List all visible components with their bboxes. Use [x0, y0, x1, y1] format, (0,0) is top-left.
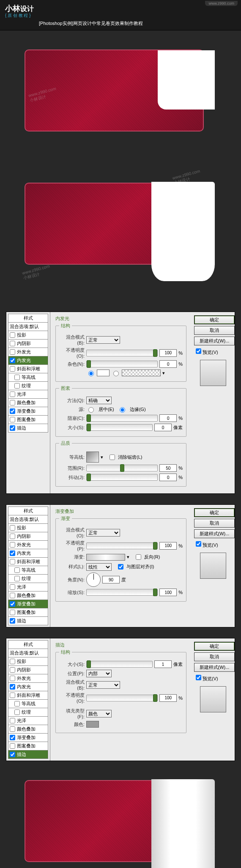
checkbox[interactable] [10, 366, 15, 372]
inner-glow[interactable]: 内发光 [8, 356, 48, 365]
anti-alias-checkbox[interactable] [110, 455, 115, 460]
dropdown-icon[interactable]: ▾ [101, 455, 103, 460]
checkbox[interactable] [10, 332, 15, 338]
inner-shadow[interactable]: 内阴影 [8, 340, 48, 348]
checkbox[interactable] [10, 743, 15, 749]
gradient-picker[interactable] [122, 370, 161, 376]
color-radio[interactable] [88, 371, 94, 376]
contour[interactable]: 等高线 [8, 566, 48, 575]
contour[interactable]: 等高线 [8, 373, 48, 382]
scale-input[interactable] [159, 589, 177, 596]
fill-type-select[interactable]: 颜色 [86, 710, 112, 717]
blend-options[interactable]: 混合选项:默认 [8, 515, 48, 524]
texture[interactable]: 纹理 [8, 575, 48, 583]
dropdown-icon[interactable]: ▾ [162, 370, 165, 376]
blend-mode-select[interactable]: 正常 [86, 336, 120, 344]
size-input[interactable] [154, 660, 172, 668]
gradient-picker[interactable] [86, 554, 125, 561]
outer-glow[interactable]: 外发光 [8, 541, 48, 549]
contour-picker[interactable] [86, 452, 99, 463]
preview-checkbox[interactable] [196, 541, 201, 547]
size-input[interactable] [154, 424, 172, 431]
checkbox[interactable] [10, 718, 15, 723]
preview-checkbox[interactable] [196, 675, 201, 680]
checkbox[interactable] [10, 408, 15, 414]
drop-shadow[interactable]: 投影 [8, 657, 48, 666]
color-swatch[interactable] [97, 370, 110, 376]
pattern-overlay[interactable]: 图案叠加 [8, 742, 48, 750]
opacity-slider[interactable] [86, 350, 158, 356]
pattern-overlay[interactable]: 图案叠加 [8, 608, 48, 617]
ok-button[interactable]: 确定 [194, 642, 235, 651]
checkbox[interactable] [10, 667, 15, 673]
checkbox[interactable] [10, 349, 15, 355]
style-select[interactable]: 线性 [86, 563, 112, 571]
drop-shadow[interactable]: 投影 [8, 331, 48, 340]
ok-button[interactable]: 确定 [194, 508, 235, 517]
blend-options[interactable]: 混合选项:默认 [8, 649, 48, 657]
checkbox[interactable] [10, 400, 15, 405]
noise-slider[interactable] [86, 361, 158, 367]
edge-radio[interactable] [120, 407, 125, 413]
color-overlay[interactable]: 颜色叠加 [8, 399, 48, 407]
checkbox[interactable] [10, 525, 15, 531]
range-input[interactable] [159, 464, 177, 472]
new-style-button[interactable]: 新建样式(W)... [194, 337, 235, 345]
checkbox[interactable] [14, 567, 20, 573]
align-checkbox[interactable] [118, 564, 123, 570]
satin[interactable]: 光泽 [8, 717, 48, 725]
scale-slider[interactable] [86, 589, 158, 596]
pattern-overlay[interactable]: 图案叠加 [8, 416, 48, 424]
preview-checkbox[interactable] [196, 348, 201, 354]
stroke[interactable]: 描边 [8, 424, 48, 433]
opacity-input[interactable] [159, 542, 177, 550]
checkbox[interactable] [10, 559, 15, 564]
checkbox[interactable] [10, 618, 15, 624]
gradient-overlay[interactable]: 渐变叠加 [8, 407, 48, 416]
stroke[interactable]: 描边 [8, 750, 48, 759]
gradient-overlay[interactable]: 渐变叠加 [8, 600, 48, 608]
bevel[interactable]: 斜面和浮雕 [8, 691, 48, 700]
blend-mode-select[interactable]: 正常 [86, 529, 120, 537]
size-slider[interactable] [86, 424, 153, 431]
reverse-checkbox[interactable] [136, 554, 141, 560]
blend-options[interactable]: 混合选项:默认 [8, 323, 48, 331]
checkbox[interactable] [10, 601, 15, 607]
texture[interactable]: 纹理 [8, 708, 48, 717]
checkbox[interactable] [10, 534, 15, 539]
checkbox[interactable] [10, 676, 15, 681]
color-overlay[interactable]: 颜色叠加 [8, 591, 48, 600]
color-overlay[interactable]: 颜色叠加 [8, 725, 48, 734]
ok-button[interactable]: 确定 [194, 315, 235, 324]
opacity-input[interactable] [159, 694, 177, 702]
stroke[interactable]: 描边 [8, 617, 48, 625]
inner-shadow[interactable]: 内阴影 [8, 666, 48, 674]
choke-input[interactable] [159, 414, 177, 422]
inner-shadow[interactable]: 内阴影 [8, 532, 48, 541]
checkbox[interactable] [10, 593, 15, 598]
opacity-input[interactable] [159, 349, 177, 357]
gradient-overlay[interactable]: 渐变叠加 [8, 734, 48, 742]
gradient-radio[interactable] [113, 371, 119, 376]
stroke-color-swatch[interactable] [86, 721, 99, 728]
dropdown-icon[interactable]: ▾ [127, 554, 129, 560]
checkbox[interactable] [14, 701, 20, 706]
checkbox[interactable] [10, 550, 15, 556]
noise-input[interactable] [159, 360, 177, 368]
range-slider[interactable] [86, 465, 158, 471]
bevel[interactable]: 斜面和浮雕 [8, 365, 48, 373]
inner-glow[interactable]: 内发光 [8, 549, 48, 558]
checkbox[interactable] [10, 341, 15, 346]
checkbox[interactable] [10, 735, 15, 740]
drop-shadow[interactable]: 投影 [8, 524, 48, 532]
checkbox[interactable] [10, 542, 15, 548]
inner-glow[interactable]: 内发光 [8, 683, 48, 691]
jitter-input[interactable] [159, 474, 177, 481]
checkbox[interactable] [14, 375, 20, 380]
opacity-slider[interactable] [86, 695, 158, 701]
checkbox[interactable] [10, 726, 15, 732]
satin[interactable]: 光泽 [8, 583, 48, 591]
size-slider[interactable] [86, 661, 153, 668]
angle-input[interactable] [102, 576, 120, 583]
checkbox[interactable] [10, 693, 15, 698]
